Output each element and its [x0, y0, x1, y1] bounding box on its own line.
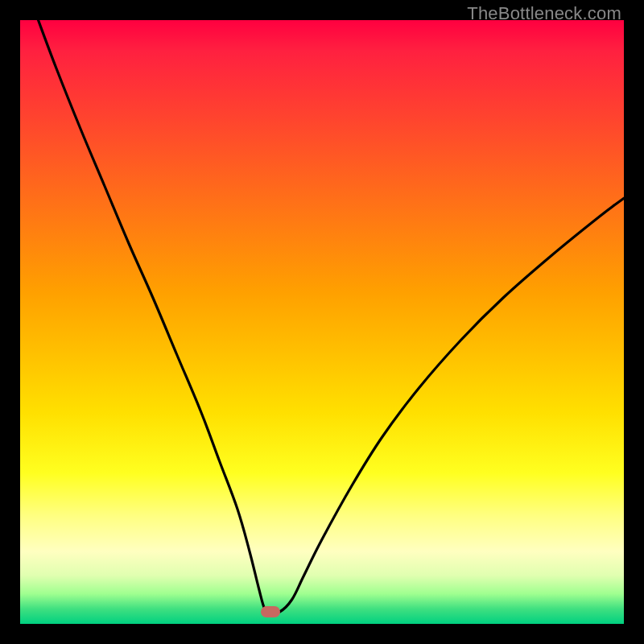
watermark-text: TheBottleneck.com — [467, 3, 621, 24]
plot-gradient-background — [20, 20, 624, 624]
chart-frame: TheBottleneck.com — [0, 0, 644, 644]
optimal-point-marker — [261, 606, 280, 617]
